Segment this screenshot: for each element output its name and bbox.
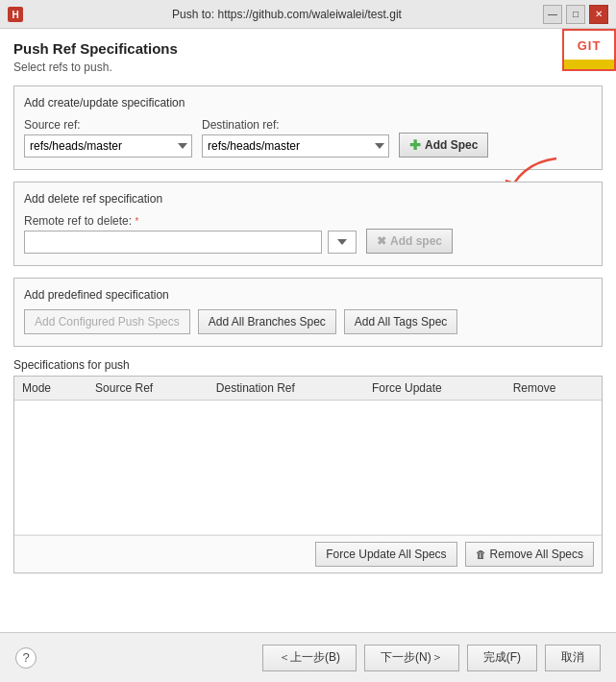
predefined-section: Add predefined specification Add Configu…	[13, 278, 603, 347]
specifications-title: Specifications for push	[13, 358, 603, 372]
specs-table: Mode Source Ref Destination Ref Force Up…	[14, 377, 602, 535]
main-content: GIT Push Ref Specifications Select refs …	[0, 29, 616, 632]
page-subtitle: Select refs to push.	[13, 61, 603, 74]
source-ref-select[interactable]: refs/heads/master	[24, 134, 192, 158]
app-icon: H	[8, 7, 23, 22]
remove-icon: 🗑	[476, 548, 486, 560]
col-force-update: Force Update	[364, 377, 505, 401]
add-delete-spec-button[interactable]: ✖ Add spec	[366, 229, 453, 254]
add-spec-label: Add Spec	[425, 138, 478, 152]
add-all-tags-spec-button[interactable]: Add All Tags Spec	[344, 309, 458, 334]
x-icon: ✖	[377, 234, 386, 248]
table-header-row: Mode Source Ref Destination Ref Force Up…	[14, 377, 602, 401]
create-update-form: Source ref: refs/heads/master Destinatio…	[24, 117, 592, 158]
required-marker: *	[135, 216, 138, 227]
delete-ref-form: Remote ref to delete: * ✖ Add spec	[24, 213, 592, 254]
destination-ref-select[interactable]: refs/heads/master	[202, 134, 389, 158]
footer-buttons: ＜上一步(B) 下一步(N)＞ 完成(F) 取消	[262, 645, 601, 671]
specs-table-container: Mode Source Ref Destination Ref Force Up…	[13, 376, 603, 573]
predefined-buttons: Add Configured Push Specs Add All Branch…	[24, 309, 592, 334]
remote-ref-group: Remote ref to delete: *	[24, 214, 357, 254]
page-title: Push Ref Specifications	[13, 40, 603, 57]
svg-text:H: H	[12, 10, 18, 20]
delete-ref-title: Add delete ref specification	[24, 192, 592, 206]
add-delete-spec-label: Add spec	[390, 234, 442, 248]
create-update-section: Add create/update specification Source r…	[13, 85, 603, 170]
predefined-title: Add predefined specification	[24, 288, 592, 302]
specifications-section: Specifications for push Mode Source Ref …	[13, 358, 603, 573]
prev-button[interactable]: ＜上一步(B)	[262, 645, 357, 671]
finish-button[interactable]: 完成(F)	[467, 645, 537, 671]
next-button[interactable]: 下一步(N)＞	[364, 645, 459, 671]
close-button[interactable]: ✕	[589, 5, 608, 24]
title-bar: H Push to: https://github.com/waleiwalei…	[0, 0, 616, 29]
delete-ref-section: Add delete ref specification Remote ref …	[13, 182, 603, 266]
remove-all-specs-button[interactable]: 🗑 Remove All Specs	[465, 542, 594, 567]
destination-ref-label: Destination ref:	[202, 118, 389, 132]
col-source-ref: Source Ref	[87, 377, 209, 401]
minimize-button[interactable]: —	[543, 5, 562, 24]
force-update-all-specs-button[interactable]: Force Update All Specs	[315, 542, 456, 567]
col-remove: Remove	[505, 377, 602, 401]
remote-ref-input[interactable]	[24, 231, 322, 254]
col-mode: Mode	[14, 377, 87, 401]
cancel-button[interactable]: 取消	[545, 645, 601, 671]
col-destination-ref: Destination Ref	[209, 377, 364, 401]
source-ref-group: Source ref: refs/heads/master	[24, 118, 192, 158]
remote-ref-dropdown[interactable]	[328, 231, 357, 254]
git-logo: GIT	[562, 29, 616, 71]
source-ref-label: Source ref:	[24, 118, 192, 132]
add-all-branches-spec-button[interactable]: Add All Branches Spec	[198, 309, 336, 334]
add-spec-button[interactable]: ✚ Add Spec	[399, 133, 488, 158]
empty-row	[14, 401, 602, 535]
maximize-button[interactable]: □	[566, 5, 585, 24]
create-update-title: Add create/update specification	[24, 96, 592, 110]
window-title: Push to: https://github.com/waleiwalei/t…	[31, 8, 543, 21]
help-button[interactable]: ?	[15, 647, 37, 669]
remote-ref-label: Remote ref to delete: *	[24, 214, 357, 228]
add-configured-push-specs-button[interactable]: Add Configured Push Specs	[24, 309, 190, 334]
footer-bar: ? ＜上一步(B) 下一步(N)＞ 完成(F) 取消	[0, 632, 616, 682]
bottom-actions: Force Update All Specs 🗑 Remove All Spec…	[14, 535, 602, 572]
destination-ref-group: Destination ref: refs/heads/master	[202, 118, 389, 158]
window-controls: — □ ✕	[543, 5, 608, 24]
plus-icon: ✚	[409, 137, 421, 153]
